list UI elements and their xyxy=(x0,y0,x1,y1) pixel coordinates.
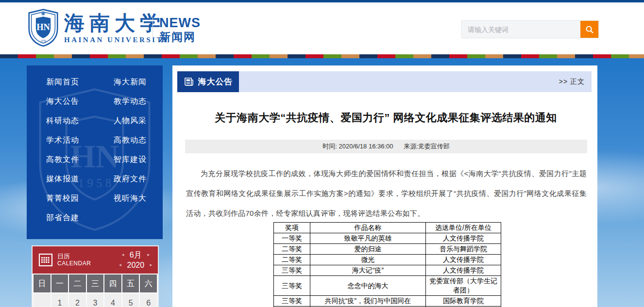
site-name[interactable]: NEWS 新闻网 xyxy=(159,16,201,44)
sidebar-menu: HN 1 9 5 8 新闻首页 海大新闻 海大公告 教学动态 科研动态 人物风采… xyxy=(27,65,163,239)
bulletin-icon xyxy=(184,77,194,87)
sidebar-item-higher-ed-news[interactable]: 高教动态 xyxy=(114,135,163,145)
article-meta: 时间: 2020/6/18 16:36:00 来源:党委宣传部 xyxy=(185,140,587,153)
table-row: 三等奖 念念中的海大 党委宣传部（大学生记者团） xyxy=(274,276,501,296)
logo-cn-name: 海南大学 xyxy=(64,12,170,35)
sidebar-item-hainan-news[interactable]: 海大新闻 xyxy=(114,77,163,87)
calendar-date-cell[interactable]: 2 xyxy=(69,293,86,307)
sidebar-item-announcements[interactable]: 海大公告 xyxy=(46,97,114,107)
calendar-year: 2020 xyxy=(127,260,144,270)
calendar-header: 日历 CALENDAR ◄ 6月 ► ◄ 2020 ► xyxy=(33,246,158,274)
sidebar-item-media-reports[interactable]: 媒体报道 xyxy=(46,174,114,184)
prev-month-arrow[interactable]: ◄ xyxy=(121,250,125,260)
university-logo[interactable]: HN 1958 海南大学 HAINAN UNIVERSITY xyxy=(27,9,170,47)
calendar-date-cell[interactable]: 6 xyxy=(140,293,157,307)
work-cell: 念念中的海大 xyxy=(310,276,426,296)
calendar-nav: ◄ 6月 ► ◄ 2020 ► xyxy=(119,250,153,270)
unit-cell: 国际教育学院 xyxy=(426,296,501,307)
calendar-widget: 日历 CALENDAR ◄ 6月 ► ◄ 2020 ► 日 一 二 三 xyxy=(32,245,159,307)
next-month-arrow[interactable]: ► xyxy=(147,250,151,260)
calendar-date-cell[interactable]: 3 xyxy=(87,293,104,307)
calendar-date-cell[interactable]: 1 xyxy=(51,293,68,307)
award-cell: 三等奖 xyxy=(274,296,310,307)
page: HN 1958 海南大学 HAINAN UNIVERSITY NEWS 新闻网 xyxy=(0,0,644,307)
breadcrumb-link[interactable]: >> 正文 xyxy=(559,78,585,86)
sidebar-item-people[interactable]: 人物风采 xyxy=(114,116,163,126)
calendar-month: 6月 xyxy=(130,250,142,260)
work-cell: 致敬平凡的英雄 xyxy=(310,233,426,244)
day-header-thu: 四 xyxy=(104,275,121,292)
calendar-icon xyxy=(38,253,53,267)
calendar-titles: 日历 CALENDAR xyxy=(57,253,91,267)
site-name-en: NEWS xyxy=(159,16,201,30)
sidebar-item-teaching-news[interactable]: 教学动态 xyxy=(114,97,163,107)
section-bar: >> 正文 xyxy=(239,71,592,92)
calendar-title-en: CALENDAR xyxy=(57,260,91,267)
unit-cell: 人文传播学院 xyxy=(426,265,501,276)
search-input[interactable] xyxy=(462,21,580,38)
calendar-date-cell[interactable]: 5 xyxy=(122,293,139,307)
day-header-sun: 日 xyxy=(34,275,51,292)
day-header-wed: 三 xyxy=(87,275,104,292)
table-header-unit: 选送单位/所在单位 xyxy=(426,223,501,233)
day-header-tue: 二 xyxy=(69,275,86,292)
svg-text:HN: HN xyxy=(36,22,50,32)
main-content: 海大公告 >> 正文 关于海南大学“共抗疫情、爱国力行” 网络文化成果征集评选结… xyxy=(172,65,597,307)
table-row: 二等奖 微光 人文传播学院 xyxy=(274,255,501,265)
table-row: 一等奖 致敬平凡的英雄 人文传播学院 xyxy=(274,233,501,244)
work-cell: 爱的归途 xyxy=(310,244,426,255)
sidebar-item-campus-life[interactable]: 菁菁校园 xyxy=(46,194,114,204)
sidebar-nav: 新闻首页 海大新闻 海大公告 教学动态 科研动态 人物风采 学术活动 高教动态 … xyxy=(27,65,163,227)
unit-cell: 音乐与舞蹈学院 xyxy=(426,244,501,255)
table-row: 三等奖 共同抗“疫”，我们与中国同在 国际教育学院 xyxy=(274,296,501,307)
article-source: 来源:党委宣传部 xyxy=(404,143,450,150)
award-cell: 一等奖 xyxy=(274,233,310,244)
sidebar-item-research-news[interactable]: 科研动态 xyxy=(46,116,114,126)
next-year-arrow[interactable]: ► xyxy=(149,260,153,270)
site-header: HN 1958 海南大学 HAINAN UNIVERSITY NEWS 新闻网 xyxy=(0,2,644,54)
calendar-title-cn: 日历 xyxy=(57,253,91,260)
unit-cell: 人文传播学院 xyxy=(426,255,501,265)
sidebar-item-ministry-province[interactable]: 部省合建 xyxy=(46,213,114,223)
site-name-cn: 新闻网 xyxy=(159,30,201,44)
table-row: 二等奖 爱的归途 音乐与舞蹈学院 xyxy=(274,244,501,255)
section-title: 海大公告 xyxy=(198,76,233,87)
search-icon xyxy=(585,25,594,34)
logo-shield-icon: HN 1958 xyxy=(27,9,59,47)
prev-year-arrow[interactable]: ◄ xyxy=(119,260,122,270)
award-cell: 二等奖 xyxy=(274,255,310,265)
section-header: 海大公告 >> 正文 xyxy=(177,71,592,92)
table-header-work: 作品名称 xyxy=(310,223,426,233)
day-header-mon: 一 xyxy=(51,275,68,292)
award-cell: 三等奖 xyxy=(274,276,310,296)
award-cell: 二等奖 xyxy=(274,244,310,255)
article-paragraph: 为充分展现学校抗疫工作的成效，体现海大师生的爱国情怀和责任担当，根据《<海南大学… xyxy=(186,163,587,223)
awards-table: 奖项 作品名称 选送单位/所在单位 一等奖 致敬平凡的英雄 人文传播学院 二等奖… xyxy=(273,222,501,307)
article-title: 关于海南大学“共抗疫情、爱国力行” 网络文化成果征集评选结果的通知 xyxy=(186,111,586,125)
sidebar-item-think-tank[interactable]: 智库建设 xyxy=(114,155,163,165)
logo-text: 海南大学 HAINAN UNIVERSITY xyxy=(64,12,170,44)
award-cell: 三等奖 xyxy=(274,265,310,276)
work-cell: 微光 xyxy=(310,255,426,265)
header-divider xyxy=(153,17,153,42)
day-header-fri: 五 xyxy=(122,275,139,292)
calendar-dates-row: 1 2 3 4 5 6 xyxy=(33,292,158,307)
color-strip xyxy=(0,54,644,58)
logo-en-name: HAINAN UNIVERSITY xyxy=(64,36,170,44)
sidebar-item-academic-events[interactable]: 学术活动 xyxy=(46,135,114,145)
sidebar-item-news-home[interactable]: 新闻首页 xyxy=(46,77,114,87)
table-header-row: 奖项 作品名称 选送单位/所在单位 xyxy=(274,223,501,233)
svg-text:1958: 1958 xyxy=(41,39,46,42)
calendar-date-cell[interactable]: 4 xyxy=(104,293,121,307)
sidebar-item-gov-docs[interactable]: 政府文件 xyxy=(114,174,163,184)
work-cell: 海大记“疫” xyxy=(310,265,426,276)
search-button[interactable] xyxy=(580,21,598,38)
sidebar-item-higher-ed-docs[interactable]: 高教文件 xyxy=(46,155,114,165)
unit-cell: 党委宣传部（大学生记者团） xyxy=(426,276,501,296)
day-header-sat: 六 xyxy=(140,275,157,292)
section-tab-announcements[interactable]: 海大公告 xyxy=(177,71,239,92)
work-cell: 共同抗“疫”，我们与中国同在 xyxy=(310,296,426,307)
table-header-award: 奖项 xyxy=(274,223,310,233)
calendar-day-headers: 日 一 二 三 四 五 六 xyxy=(33,274,158,292)
sidebar-item-av-hainan[interactable]: 视听海大 xyxy=(114,194,163,204)
